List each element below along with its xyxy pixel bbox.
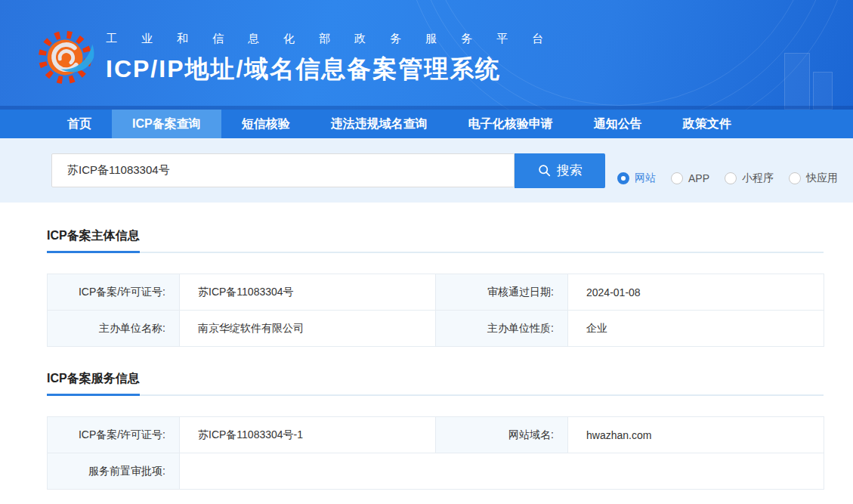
search-button-label: 搜索 — [557, 162, 583, 179]
field-label: 网站域名: — [436, 417, 568, 453]
field-label: ICP备案/许可证号: — [48, 274, 180, 311]
magnifier-icon — [538, 164, 551, 177]
radio-website[interactable]: 网站 — [617, 172, 656, 185]
field-value: hwazhan.com — [568, 417, 824, 453]
subject-info-section: ICP备案主体信息 ICP备案/许可证号: 苏ICP备11083304号 审核通… — [47, 228, 824, 347]
radio-label: APP — [688, 172, 709, 184]
field-value — [180, 453, 824, 490]
radio-unselected-icon — [789, 172, 801, 184]
system-title: ICP/IP地址/域名信息备案管理系统 — [106, 53, 567, 86]
radio-quickapp[interactable]: 快应用 — [789, 172, 838, 185]
nav-item-illegal-domain-query[interactable]: 违法违规域名查询 — [311, 110, 448, 138]
section-head: ICP备案主体信息 — [47, 228, 824, 253]
main-content: ICP备案主体信息 ICP备案/许可证号: 苏ICP备11083304号 审核通… — [47, 228, 824, 490]
search-bar: 搜索 网站 APP 小程序 快应用 — [0, 138, 853, 203]
search-type-options: 网站 APP 小程序 快应用 — [617, 172, 853, 185]
radio-unselected-icon — [725, 172, 737, 184]
radio-label: 小程序 — [742, 172, 774, 185]
search-input[interactable] — [51, 153, 515, 187]
table-row: 服务前置审批项: — [48, 453, 824, 490]
section-head: ICP备案服务信息 — [47, 371, 824, 396]
section-title-subject: ICP备案主体信息 — [47, 228, 140, 253]
field-value: 苏ICP备11083304号-1 — [180, 417, 436, 453]
section-title-service: ICP备案服务信息 — [47, 371, 140, 396]
radio-miniprogram[interactable]: 小程序 — [725, 172, 774, 185]
table-row: ICP备案/许可证号: 苏ICP备11083304号-1 网站域名: hwazh… — [48, 417, 824, 453]
subject-info-table: ICP备案/许可证号: 苏ICP备11083304号 审核通过日期: 2024-… — [47, 274, 824, 347]
field-value: 企业 — [568, 311, 824, 347]
field-label: ICP备案/许可证号: — [48, 417, 180, 453]
nav-item-home[interactable]: 首页 — [47, 110, 112, 138]
radio-label: 快应用 — [806, 172, 838, 185]
nav-item-e-verify-apply[interactable]: 电子化核验申请 — [448, 110, 573, 138]
platform-name: 工业和信息化部政务服务平台 — [106, 32, 567, 46]
gear-e-logo — [38, 26, 97, 89]
service-info-section: ICP备案服务信息 ICP备案/许可证号: 苏ICP备11083304号-1 网… — [47, 371, 824, 490]
site-header: 工业和信息化部政务服务平台 ICP/IP地址/域名信息备案管理系统 — [0, 0, 853, 110]
nav-item-sms-verify[interactable]: 短信核验 — [221, 110, 311, 138]
nav-item-notices[interactable]: 通知公告 — [573, 110, 663, 138]
header-building-decoration — [784, 53, 810, 110]
field-value: 南京华绽软件有限公司 — [180, 311, 436, 347]
radio-app[interactable]: APP — [671, 172, 709, 184]
search-button[interactable]: 搜索 — [515, 153, 605, 188]
table-row: ICP备案/许可证号: 苏ICP备11083304号 审核通过日期: 2024-… — [48, 274, 824, 311]
main-nav: 首页 ICP备案查询 短信核验 违法违规域名查询 电子化核验申请 通知公告 政策… — [0, 110, 853, 138]
field-label: 审核通过日期: — [436, 274, 568, 311]
header-building-decoration — [813, 72, 833, 110]
radio-selected-icon — [617, 172, 629, 184]
field-label: 主办单位性质: — [436, 311, 568, 347]
table-row: 主办单位名称: 南京华绽软件有限公司 主办单位性质: 企业 — [48, 311, 824, 347]
radio-unselected-icon — [671, 172, 683, 184]
field-value: 2024-01-08 — [568, 274, 824, 311]
radio-label: 网站 — [635, 172, 656, 185]
brand-titles: 工业和信息化部政务服务平台 ICP/IP地址/域名信息备案管理系统 — [106, 32, 567, 86]
field-label: 主办单位名称: — [48, 311, 180, 347]
service-info-table: ICP备案/许可证号: 苏ICP备11083304号-1 网站域名: hwazh… — [47, 416, 824, 490]
field-value: 苏ICP备11083304号 — [180, 274, 436, 311]
nav-item-icp-query[interactable]: ICP备案查询 — [112, 110, 221, 138]
nav-item-policy-files[interactable]: 政策文件 — [663, 110, 752, 138]
field-label: 服务前置审批项: — [48, 453, 180, 490]
